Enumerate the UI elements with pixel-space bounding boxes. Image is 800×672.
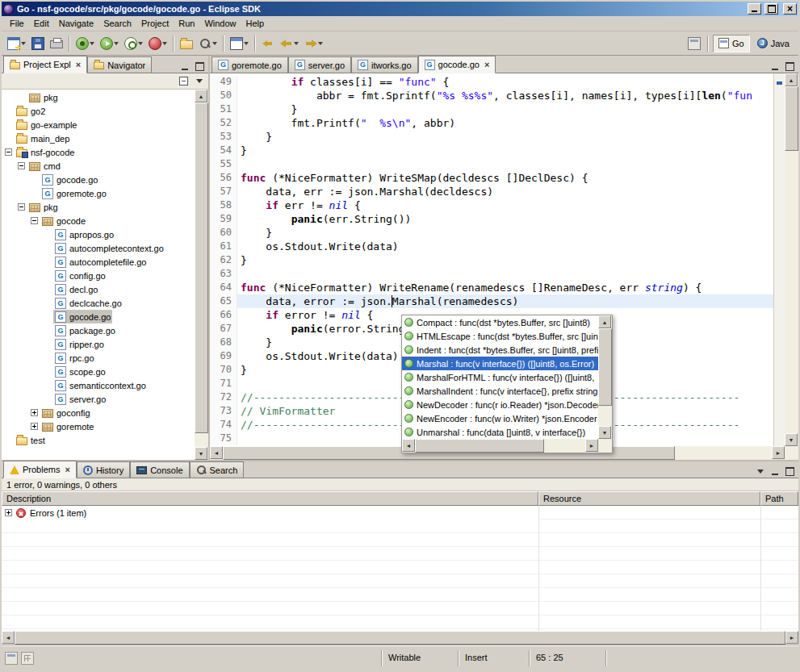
completion-item[interactable]: Marshal : func(v interface{}) ([]uint8, …: [402, 357, 598, 370]
tree-item-decl-go[interactable]: Gdecl.go: [2, 282, 195, 296]
open-folder-button[interactable]: [178, 34, 195, 53]
scroll-down-icon[interactable]: [598, 426, 611, 439]
code-line[interactable]: 63: [210, 267, 773, 281]
tree-item-scope-go[interactable]: Gscope.go: [2, 365, 195, 378]
code-line[interactable]: 53 }: [210, 130, 773, 144]
scroll-left-icon[interactable]: [2, 631, 15, 644]
new-project-button[interactable]: [228, 34, 251, 53]
code-line[interactable]: 56func (*NiceFormatter) WriteSMap(declde…: [210, 171, 773, 185]
tree-item-semanticcontext-go[interactable]: Gsemanticcontext.go: [2, 378, 195, 392]
profile-button[interactable]: [146, 34, 170, 53]
view-tab-search[interactable]: Search: [190, 461, 245, 478]
menu-edit[interactable]: Edit: [29, 17, 54, 30]
tree-item-pkg[interactable]: pkg: [2, 90, 195, 104]
scroll-track[interactable]: [15, 631, 785, 645]
tree-item-ripper-go[interactable]: Gripper.go: [2, 337, 195, 351]
editor-tab-gocode-go[interactable]: Ggocode.go: [418, 56, 496, 73]
menu-help[interactable]: Help: [241, 17, 270, 30]
close-button[interactable]: [783, 3, 797, 15]
scroll-down-icon[interactable]: [195, 447, 207, 460]
minimize-button[interactable]: [748, 3, 761, 15]
scroll-track[interactable]: [785, 86, 798, 433]
completion-item[interactable]: Indent : func(dst *bytes.Buffer, src []u…: [402, 343, 598, 357]
menu-search[interactable]: Search: [98, 17, 136, 30]
perspective-go-button[interactable]: Go: [713, 35, 750, 52]
scroll-thumb[interactable]: [15, 631, 785, 645]
column-header-description[interactable]: Description: [2, 491, 538, 506]
view-maximize-icon[interactable]: [782, 465, 797, 478]
view-tab-navigator[interactable]: Navigator: [87, 56, 152, 73]
collapse-icon[interactable]: [31, 217, 38, 224]
menu-project[interactable]: Project: [136, 17, 174, 30]
tree-item-goremote[interactable]: goremote: [2, 419, 195, 433]
view-menu-icon[interactable]: [192, 75, 207, 88]
view-menu-icon[interactable]: [753, 465, 768, 478]
tree-item-go2[interactable]: go2: [2, 104, 195, 118]
view-maximize-icon[interactable]: [192, 60, 207, 73]
scroll-right-icon[interactable]: [785, 631, 798, 644]
scroll-down-icon[interactable]: [785, 433, 798, 446]
editor-tab-server-go[interactable]: Gserver.go: [288, 56, 351, 73]
completion-item[interactable]: HTMLEscape : func(dst *bytes.Buffer, src…: [402, 329, 598, 343]
close-icon[interactable]: [63, 465, 69, 474]
collapse-icon[interactable]: [18, 162, 25, 169]
back-button[interactable]: [278, 34, 301, 53]
problems-row[interactable]: Errors (1 item): [2, 506, 538, 520]
scroll-thumb[interactable]: [785, 86, 798, 151]
tree-item-declcache-go[interactable]: Gdeclcache.go: [2, 296, 195, 310]
search-button[interactable]: [196, 34, 220, 53]
tree-item-server-go[interactable]: Gserver.go: [2, 392, 195, 406]
tree-item-test[interactable]: test: [2, 433, 195, 447]
overview-ruler[interactable]: [773, 73, 785, 446]
close-icon[interactable]: [483, 60, 489, 69]
completion-item[interactable]: MarshalForHTML : func(v interface{}) ([]…: [402, 370, 598, 384]
tree-item-config-go[interactable]: Gconfig.go: [2, 269, 195, 282]
tree-item-autocompletecontext-go[interactable]: Gautocompletecontext.go: [2, 241, 195, 255]
column-header-path[interactable]: Path: [760, 491, 798, 506]
tree-item-goconfig[interactable]: goconfig: [2, 406, 195, 419]
collapse-icon[interactable]: [5, 148, 12, 156]
status-icon[interactable]: [21, 652, 34, 665]
tree-scrollbar[interactable]: [195, 90, 208, 460]
completion-item[interactable]: Compact : func(dst *bytes.Buffer, src []…: [402, 315, 598, 329]
tree-item-pkg[interactable]: pkg: [2, 200, 195, 214]
tree-item-main-dep[interactable]: main_dep: [2, 131, 195, 145]
perspective-java-button[interactable]: JJava: [752, 35, 795, 52]
tree-item-nsf-gocode[interactable]: nsf-gocode: [2, 145, 195, 159]
view-tab-history[interactable]: History: [77, 461, 130, 478]
scroll-right-icon[interactable]: [585, 439, 598, 452]
code-line[interactable]: 51 }: [210, 102, 773, 116]
code-line[interactable]: 60 }: [210, 226, 773, 240]
expand-icon[interactable]: [31, 423, 38, 430]
scroll-left-icon[interactable]: [402, 439, 415, 452]
scroll-thumb[interactable]: [195, 102, 208, 433]
scroll-right-icon[interactable]: [772, 446, 785, 459]
view-tab-console[interactable]: Console: [130, 461, 189, 478]
run-external-button[interactable]: [122, 34, 145, 53]
collapse-icon[interactable]: [18, 203, 25, 211]
editor-tab-goremote-go[interactable]: Ggoremote.go: [212, 56, 288, 73]
editor-tab-itworks-go[interactable]: Gitworks.go: [351, 56, 418, 73]
view-tab-problems[interactable]: Problems: [3, 461, 77, 478]
scroll-up-icon[interactable]: [598, 315, 611, 328]
tree-item-apropos-go[interactable]: Gapropos.go: [2, 227, 195, 241]
completion-item[interactable]: NewEncoder : func(w io.Writer) *json.Enc…: [402, 411, 598, 425]
scroll-left-icon[interactable]: [210, 446, 223, 459]
view-minimize-icon[interactable]: [768, 465, 782, 478]
code-line[interactable]: 62}: [210, 253, 773, 267]
code-line[interactable]: 64func (*NiceFormatter) WriteRename(rena…: [210, 281, 773, 294]
code-line[interactable]: 59 panic(err.String()): [210, 212, 773, 226]
tree-item-gocode-go[interactable]: Ggocode.go: [2, 173, 195, 186]
scroll-thumb[interactable]: [415, 439, 544, 453]
scroll-track[interactable]: [415, 439, 585, 453]
code-line[interactable]: 55: [210, 157, 773, 171]
scroll-track[interactable]: [195, 102, 208, 447]
column-header-resource[interactable]: Resource: [538, 491, 760, 506]
view-tab-project-expl[interactable]: Project Expl: [3, 56, 87, 73]
scroll-up-icon[interactable]: [785, 73, 798, 86]
maximize-button[interactable]: [764, 3, 778, 15]
autocomplete-vscroll[interactable]: [598, 315, 612, 439]
completion-item[interactable]: Unmarshal : func(data []uint8, v interfa…: [402, 425, 598, 439]
menu-window[interactable]: Window: [199, 17, 241, 30]
code-line[interactable]: 65 data, error := json.Marshal(renamedes…: [210, 294, 773, 308]
